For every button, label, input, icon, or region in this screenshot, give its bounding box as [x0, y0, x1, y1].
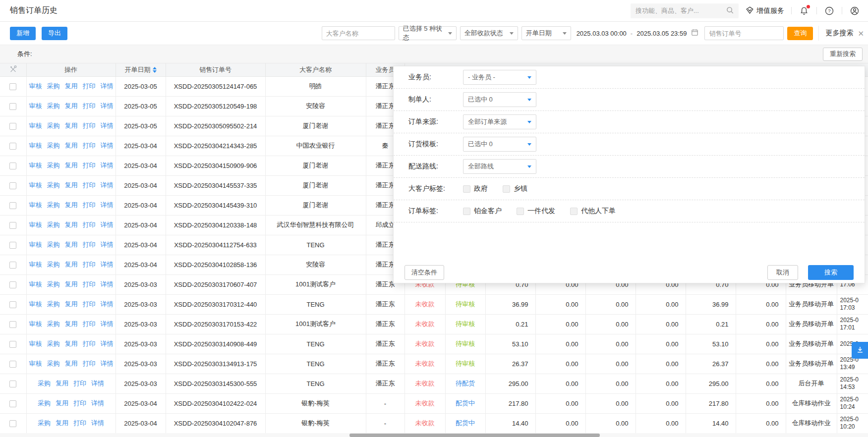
op-link[interactable]: 审核 [29, 241, 42, 248]
op-link[interactable]: 打印 [83, 221, 96, 228]
op-link[interactable]: 详情 [101, 181, 114, 189]
checkbox[interactable] [517, 208, 524, 215]
more-search-button[interactable]: 更多搜索 [825, 29, 853, 38]
clear-conditions-button[interactable]: 清空条件 [405, 265, 444, 280]
op-link[interactable]: 详情 [91, 380, 104, 387]
op-link[interactable]: 打印 [83, 82, 96, 90]
panel-filter-select[interactable]: 已选中 0 [463, 92, 536, 107]
panel-search-button[interactable]: 搜索 [808, 265, 854, 280]
tag-checkbox-option[interactable]: 乡镇 [503, 184, 527, 193]
column-settings-header[interactable] [0, 63, 26, 76]
op-link[interactable]: 复用 [65, 360, 78, 367]
op-link[interactable]: 详情 [101, 122, 114, 129]
op-link[interactable]: 详情 [101, 201, 114, 209]
op-link[interactable]: 采购 [47, 221, 60, 228]
op-link[interactable]: 审核 [29, 300, 42, 308]
op-link[interactable]: 复用 [65, 82, 78, 90]
payment-status-select[interactable]: 全部收款状态 [460, 26, 518, 40]
op-link[interactable]: 审核 [29, 280, 42, 288]
date-type-select[interactable]: 开单日期 [521, 26, 571, 40]
row-checkbox[interactable] [9, 242, 16, 249]
op-link[interactable]: 详情 [101, 340, 114, 347]
help-button[interactable]: ? [824, 5, 835, 16]
op-link[interactable]: 采购 [47, 241, 60, 248]
op-link[interactable]: 采购 [38, 419, 51, 427]
checkbox[interactable] [463, 208, 470, 215]
panel-filter-select[interactable]: 全部订单来源 [463, 114, 536, 129]
op-link[interactable]: 审核 [29, 261, 42, 268]
op-link[interactable]: 审核 [29, 142, 42, 149]
op-link[interactable]: 复用 [65, 142, 78, 149]
order-status-select[interactable]: 已选择 5 种状态 [399, 26, 457, 40]
op-link[interactable]: 打印 [83, 280, 96, 288]
op-link[interactable]: 审核 [29, 181, 42, 189]
op-link[interactable]: 采购 [47, 300, 60, 308]
op-link[interactable]: 审核 [29, 360, 42, 367]
op-link[interactable]: 详情 [101, 241, 114, 248]
op-link[interactable]: 审核 [29, 162, 42, 169]
panel-filter-select[interactable]: 全部路线 [463, 159, 536, 174]
row-checkbox[interactable] [9, 123, 16, 130]
op-link[interactable]: 详情 [101, 82, 114, 90]
row-checkbox[interactable] [9, 341, 16, 348]
research-button[interactable]: 重新搜索 [823, 48, 863, 61]
op-link[interactable]: 打印 [83, 261, 96, 268]
header-date[interactable]: 开单日期 [116, 63, 166, 76]
op-link[interactable]: 打印 [83, 162, 96, 169]
op-link[interactable]: 采购 [47, 181, 60, 189]
add-button[interactable]: 新增 [10, 27, 36, 40]
tag-checkbox-option[interactable]: 政府 [463, 184, 488, 193]
op-link[interactable]: 复用 [65, 241, 78, 248]
checkbox[interactable] [463, 185, 470, 193]
op-link[interactable]: 打印 [83, 142, 96, 149]
op-link[interactable]: 打印 [83, 122, 96, 129]
op-link[interactable]: 详情 [101, 221, 114, 228]
checkbox[interactable] [503, 185, 510, 193]
op-link[interactable]: 审核 [29, 340, 42, 347]
global-search[interactable] [631, 3, 739, 18]
op-link[interactable]: 审核 [29, 122, 42, 129]
op-link[interactable]: 复用 [65, 181, 78, 189]
row-checkbox[interactable] [9, 103, 16, 110]
row-checkbox[interactable] [9, 262, 16, 269]
row-checkbox[interactable] [9, 281, 16, 288]
op-link[interactable]: 详情 [101, 142, 114, 149]
op-link[interactable]: 复用 [65, 280, 78, 288]
op-link[interactable]: 复用 [65, 300, 78, 308]
op-link[interactable]: 审核 [29, 82, 42, 90]
row-checkbox[interactable] [9, 301, 16, 308]
op-link[interactable]: 打印 [83, 340, 96, 347]
row-checkbox[interactable] [9, 182, 16, 189]
row-checkbox[interactable] [9, 361, 16, 368]
op-link[interactable]: 打印 [73, 419, 86, 427]
op-link[interactable]: 采购 [47, 340, 60, 347]
op-link[interactable]: 打印 [83, 320, 96, 328]
op-link[interactable]: 复用 [65, 122, 78, 129]
op-link[interactable]: 复用 [65, 320, 78, 328]
op-link[interactable]: 采购 [47, 122, 60, 129]
op-link[interactable]: 采购 [47, 201, 60, 209]
row-checkbox[interactable] [9, 381, 16, 387]
op-link[interactable]: 复用 [56, 419, 68, 427]
op-link[interactable]: 采购 [38, 399, 51, 407]
horizontal-scrollbar-thumb[interactable] [349, 434, 600, 437]
global-search-input[interactable] [636, 7, 726, 14]
tag-checkbox-option[interactable]: 代他人下单 [570, 207, 616, 216]
tag-checkbox-option[interactable]: 一件代发 [517, 207, 555, 216]
op-link[interactable]: 审核 [29, 102, 42, 109]
op-link[interactable]: 采购 [47, 102, 60, 109]
op-link[interactable]: 详情 [101, 162, 114, 169]
op-link[interactable]: 复用 [65, 261, 78, 268]
op-link[interactable]: 打印 [73, 380, 86, 387]
op-link[interactable]: 打印 [83, 201, 96, 209]
op-link[interactable]: 打印 [83, 360, 96, 367]
op-link[interactable]: 打印 [83, 181, 96, 189]
op-link[interactable]: 采购 [47, 142, 60, 149]
op-link[interactable]: 采购 [38, 380, 51, 387]
op-link[interactable]: 采购 [47, 261, 60, 268]
row-checkbox[interactable] [9, 143, 16, 150]
op-link[interactable]: 详情 [101, 261, 114, 268]
row-checkbox[interactable] [9, 83, 16, 90]
op-link[interactable]: 详情 [91, 419, 104, 427]
row-checkbox[interactable] [9, 321, 16, 328]
